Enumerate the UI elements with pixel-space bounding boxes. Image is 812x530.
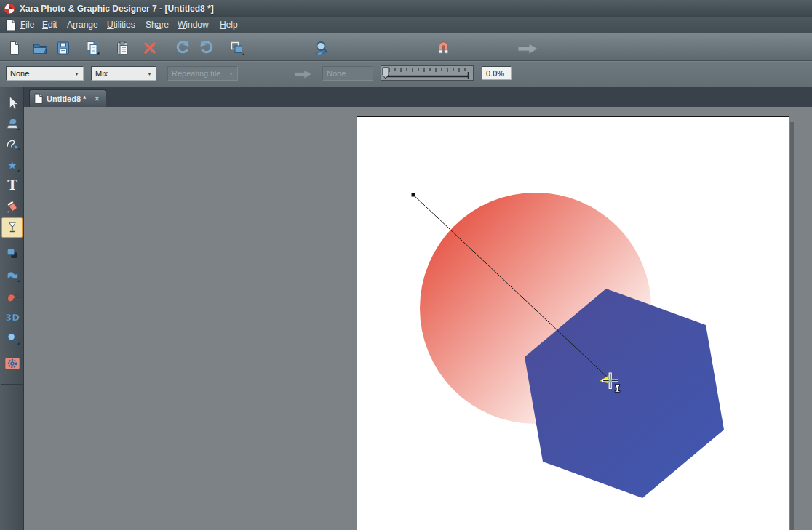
menu-arrange[interactable]: Arrange [67, 20, 98, 30]
svg-text:★: ★ [7, 158, 18, 172]
redo-button[interactable] [197, 39, 216, 57]
tab-untitled8[interactable]: Untitled8 * × [29, 89, 106, 107]
open-button[interactable] [31, 39, 49, 57]
live-effects-tool[interactable] [3, 288, 22, 305]
save-floppy-icon [55, 39, 72, 57]
photo-tool-icon [4, 356, 21, 372]
transparency-tool[interactable] [3, 219, 22, 236]
document-icon [34, 93, 43, 104]
transparency-value-field[interactable]: 0.0% [482, 66, 512, 80]
copy-button[interactable] [82, 39, 101, 57]
tools-toolbar: ★ T [0, 87, 24, 530]
app-logo-icon [4, 3, 15, 15]
page-shadow [790, 122, 794, 530]
window-title: Xara Photo & Graphic Designer 7 - [Untit… [20, 4, 214, 14]
freehand-brush-icon [4, 136, 20, 152]
delete-x-icon [141, 39, 159, 57]
paste-in-place-button[interactable] [227, 39, 246, 57]
text-tool[interactable]: T [3, 177, 22, 194]
zoom-tool[interactable] [3, 329, 22, 347]
export-arrow-button[interactable] [516, 39, 541, 58]
menu-bar: File Edit Arrange Utilities Share Window… [0, 17, 812, 33]
canvas-artwork [24, 107, 812, 530]
magnifier-icon [4, 330, 20, 346]
selector-tool[interactable] [3, 95, 22, 112]
paint-pour-icon [4, 198, 20, 214]
new-document-button[interactable] [5, 39, 24, 57]
chevron-down-icon: ▼ [228, 71, 234, 76]
profile-arrow-button [293, 68, 314, 83]
bevel-flag-icon [4, 268, 20, 284]
transparency-infobar: None ▼ Mix ▼ Repeating tile ▼ ▼ None [0, 62, 812, 87]
snap-to-objects-button[interactable] [434, 39, 453, 57]
text-tool-icon: T [4, 177, 20, 193]
magnet-icon [434, 39, 452, 57]
new-document-icon [6, 39, 23, 57]
menu-window[interactable]: Window [178, 20, 209, 30]
undo-button[interactable] [173, 39, 192, 57]
shadow-tool[interactable] [3, 245, 22, 262]
menu-file[interactable]: File [20, 20, 34, 30]
paste-clipboard-icon [114, 39, 131, 57]
paste-button[interactable] [113, 39, 132, 57]
standard-toolbar: None ▼ 75% ▼ [0, 33, 812, 61]
drawing-canvas[interactable] [24, 107, 812, 530]
quickshape-tool[interactable]: ★ [3, 156, 22, 174]
menu-share[interactable]: Share [146, 20, 169, 30]
tab-label: Untitled8 * [47, 95, 86, 103]
shadow-icon [4, 246, 20, 262]
svg-text:3D: 3D [5, 312, 20, 323]
freehand-brush-tool[interactable] [3, 135, 22, 153]
save-button[interactable] [54, 39, 73, 57]
shape-editor-tool[interactable] [3, 115, 22, 132]
tiling-dropdown: Repeating tile ▼ [167, 66, 238, 81]
delete-button[interactable] [140, 39, 159, 57]
menu-utilities[interactable]: Utilities [107, 20, 135, 30]
bevel-tool[interactable] [3, 267, 22, 284]
transparency-type-dropdown[interactable]: Mix ▼ [91, 66, 156, 81]
menu-help[interactable]: Help [220, 20, 238, 30]
gray-arrow-icon [517, 42, 540, 55]
copy-icon [83, 39, 100, 57]
svg-text:T: T [7, 177, 17, 193]
transparency-slider[interactable] [381, 65, 474, 84]
toolbar-separator [1, 384, 23, 385]
tab-close-icon[interactable]: × [94, 93, 100, 104]
chevron-down-icon: ▼ [74, 71, 79, 76]
gray-arrow-icon [293, 68, 314, 80]
photo-tool[interactable] [3, 355, 22, 372]
menu-edit[interactable]: Edit [42, 20, 57, 30]
redo-icon [198, 39, 215, 57]
extrude-3d-icon: 3D [4, 309, 20, 325]
duplicate-squares-icon [228, 39, 245, 57]
undo-icon [174, 39, 191, 57]
drag-start-handle[interactable] [412, 193, 415, 197]
fill-tool[interactable] [3, 198, 22, 215]
application-window: Xara Photo & Graphic Designer 7 - [Untit… [0, 0, 812, 530]
chevron-down-icon: ▼ [147, 71, 152, 76]
zoom-tool-button[interactable] [312, 39, 331, 57]
shape-editor-icon [4, 116, 20, 132]
document-tab-bar: Untitled8 * × [24, 87, 812, 107]
zoom-magnifier-icon [313, 39, 330, 57]
star-icon: ★ [4, 157, 20, 173]
profile-field: None [322, 66, 373, 81]
extrude-tool[interactable]: 3D [3, 308, 22, 326]
transparency-shape-dropdown[interactable]: None ▼ [6, 66, 84, 81]
plug-icon [4, 289, 20, 305]
document-icon [6, 19, 16, 31]
wine-glass-icon [4, 220, 20, 236]
transparency-slider-icon [381, 65, 474, 81]
selector-arrow-icon [4, 95, 20, 111]
open-folder-icon [31, 39, 49, 57]
title-bar: Xara Photo & Graphic Designer 7 - [Untit… [0, 0, 812, 17]
